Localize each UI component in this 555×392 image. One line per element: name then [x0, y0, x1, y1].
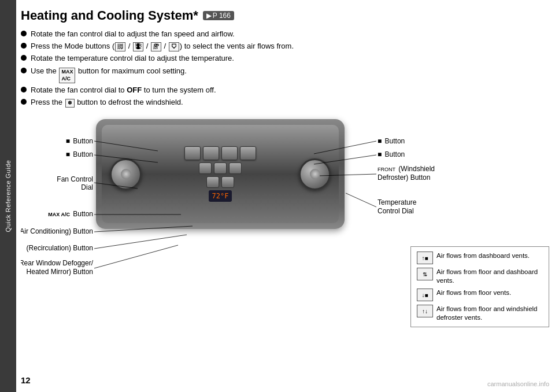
bullet-dot [21, 87, 27, 93]
line-temp-dial [346, 193, 376, 207]
list-item: Use the MAXA/C button for maximum cool s… [21, 66, 549, 83]
info-icon-4: ↑↓ [417, 305, 433, 317]
diagram-area: 72°F ■ Button ■ Button Fan C [21, 113, 549, 333]
bullet-text: Use the MAXA/C button for maximum cool s… [31, 66, 549, 83]
list-item: Press the Mode buttons (⛆ / ⛇ / ⛈ / ⛉) t… [21, 41, 549, 51]
label-btn1: ■ Button [66, 137, 93, 145]
line-fan-dial [94, 183, 138, 188]
label-rear-btn-2: Heated Mirror) Button [27, 268, 93, 276]
defrost-icon: ❄ [65, 99, 75, 108]
info-text-3: Air flows from floor vents. [436, 289, 543, 297]
label-temp-dial-2: Control Dial [378, 207, 414, 215]
label-fan-dial: Fan Control [57, 175, 93, 183]
title-text: Heating and Cooling System* [21, 8, 198, 23]
bullet-dot [21, 68, 27, 73]
info-text-2: Air flows from floor and dashboard vents… [436, 268, 543, 285]
label-btn2: ■ Button [66, 150, 93, 158]
bullet-text: Press the Mode buttons (⛆ / ⛇ / ⛈ / ⛉) t… [31, 41, 549, 51]
page-title: Heating and Cooling System* ▶ P 166 [21, 8, 549, 23]
label-recirc-btn: (Recirculation) Button [27, 244, 93, 252]
bullet-dot [21, 99, 27, 105]
watermark-text: carmanualsonline.info [487, 380, 549, 387]
page-number: 12 [21, 375, 31, 385]
sidebar-label: Quick Reference Guide [5, 160, 12, 232]
info-box: ↑■ Air flows from dashboard vents. ⇅ Air… [410, 246, 549, 327]
info-row: ⇅ Air flows from floor and dashboard ven… [417, 268, 543, 285]
list-item: Rotate the fan control dial to OFF to tu… [21, 85, 549, 95]
line-ac-btn [94, 226, 193, 232]
mode-icon-3: ⛈ [151, 42, 161, 51]
line-btn1 [94, 141, 158, 151]
mode-icon-2: ⛇ [133, 42, 143, 51]
bullet-text: Rotate the temperature control dial to a… [31, 53, 549, 64]
line-rbtn2 [314, 155, 376, 164]
bullet-dot [21, 31, 27, 36]
info-icon-3: ↓■ [417, 289, 433, 301]
label-max-btn: MAX A/C Button [48, 210, 93, 218]
line-windshield [320, 174, 376, 176]
label-rear-btn: (Rear Window Defogger/ [21, 259, 94, 267]
page-reference: ▶ P 166 [203, 11, 234, 20]
list-item: Rotate the fan control dial to adjust th… [21, 29, 549, 39]
label-rbtn1: ■ Button [378, 137, 405, 145]
info-row: ↓■ Air flows from floor vents. [417, 289, 543, 301]
label-temp-dial: Temperature [378, 198, 417, 206]
max-ac-icon: MAXA/C [59, 68, 75, 83]
label-windshield: FRONT (Windshield [378, 165, 435, 173]
info-icon-2: ⇅ [417, 268, 433, 280]
mode-icon-4: ⛉ [169, 42, 179, 51]
bullet-list: Rotate the fan control dial to adjust th… [21, 29, 549, 108]
info-icon-1: ↑■ [417, 252, 433, 264]
mode-icon-1: ⛆ [115, 42, 125, 51]
info-text-1: Air flows from dashboard vents. [436, 252, 543, 260]
bullet-dot [21, 55, 27, 61]
main-content: Heating and Cooling System* ▶ P 166 Rota… [21, 8, 549, 375]
line-rear-btn [94, 245, 178, 268]
bullet-dot [21, 43, 27, 49]
label-fan-dial-2: Dial [81, 183, 93, 191]
list-item: Press the ❄ button to defrost the windsh… [21, 97, 549, 108]
list-item: Rotate the temperature control dial to a… [21, 53, 549, 64]
info-row: ↑■ Air flows from dashboard vents. [417, 252, 543, 264]
label-windshield-2: Defroster) Button [378, 173, 430, 182]
label-ac-btn: A/C (Air Conditioning) Button [21, 227, 93, 235]
info-text-4: Air flows from floor and windshield defr… [436, 305, 543, 322]
bullet-text: Press the ❄ button to defrost the windsh… [31, 97, 549, 108]
info-row: ↑↓ Air flows from floor and windshield d… [417, 305, 543, 322]
label-rbtn2: ■ Button [378, 150, 405, 158]
bullet-text: Rotate the fan control dial to OFF to tu… [31, 85, 549, 95]
sidebar: Quick Reference Guide [0, 0, 16, 392]
bullet-text: Rotate the fan control dial to adjust th… [31, 29, 549, 39]
line-btn2 [94, 155, 158, 162]
arrow-icon: ▶ [206, 12, 212, 20]
line-rbtn1 [314, 141, 376, 154]
